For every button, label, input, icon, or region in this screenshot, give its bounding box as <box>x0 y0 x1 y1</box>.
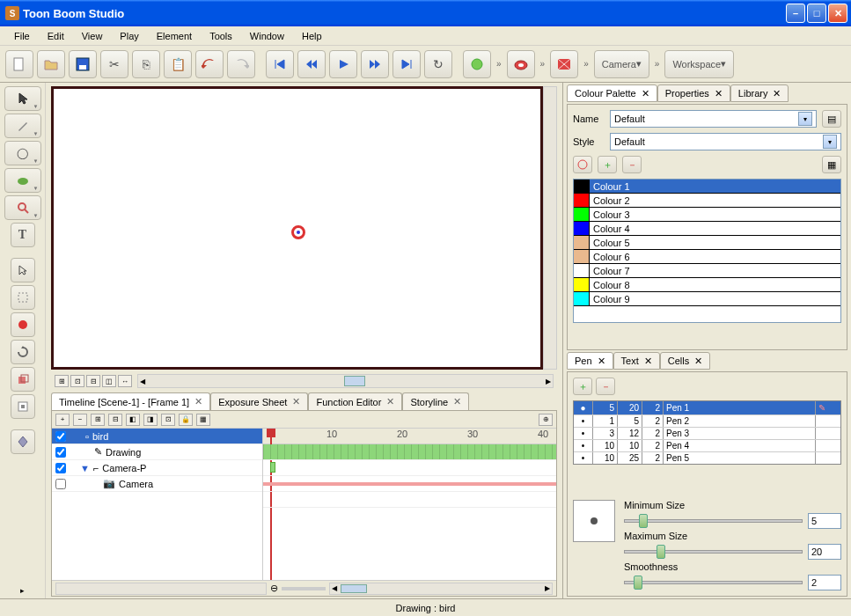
canvas-vscroll[interactable] <box>543 86 557 370</box>
render-button[interactable] <box>550 50 578 78</box>
view-opt-2[interactable]: ⊡ <box>70 375 84 387</box>
colour-item[interactable]: Colour 7 <box>574 264 840 278</box>
max-size-value[interactable]: 20 <box>808 544 841 560</box>
close-icon[interactable]: ✕ <box>642 88 649 99</box>
pen-row[interactable]: •3122Pen 3 <box>574 427 840 439</box>
min-size-value[interactable]: 5 <box>808 513 841 529</box>
layer-visible-checkbox[interactable] <box>55 479 66 489</box>
tl-b3[interactable]: ⊞ <box>91 414 105 426</box>
remove-pen-button[interactable]: － <box>596 378 615 395</box>
more-1[interactable]: » <box>495 59 503 69</box>
close-icon[interactable]: ✕ <box>694 356 702 367</box>
workspace-dropdown[interactable]: Workspace ▾ <box>664 50 734 78</box>
more-3[interactable]: » <box>582 59 591 69</box>
text-tool[interactable]: T <box>11 223 35 247</box>
zoom-out-icon[interactable]: ⊖ <box>270 583 278 594</box>
lip-sync-button[interactable] <box>507 50 535 78</box>
layer-row[interactable]: 📷 Camera <box>52 476 262 492</box>
new-colour-button[interactable] <box>573 156 592 173</box>
brush-tool[interactable]: ▼ <box>4 114 41 138</box>
view-opt-1[interactable]: ⊞ <box>55 375 69 387</box>
menu-help[interactable]: Help <box>295 29 329 43</box>
tl-b6[interactable]: ◨ <box>143 414 158 426</box>
close-icon[interactable]: ✕ <box>194 396 202 407</box>
mask-tool[interactable] <box>11 394 35 419</box>
undo-button[interactable] <box>195 50 224 78</box>
canvas-hscroll[interactable]: ◀ ▶ <box>137 374 554 388</box>
remove-colour-button[interactable]: － <box>622 156 642 173</box>
min-size-slider[interactable] <box>624 519 803 523</box>
transform-tool[interactable] <box>11 258 35 282</box>
more-4[interactable]: » <box>653 59 662 69</box>
layer-row[interactable]: ▼ ⌐ Camera-P <box>52 460 262 476</box>
menu-tools[interactable]: Tools <box>202 29 239 43</box>
more-2[interactable]: » <box>539 59 547 69</box>
record-tool[interactable] <box>11 312 35 337</box>
menu-play[interactable]: Play <box>113 29 145 43</box>
view-opt-5[interactable]: ↔ <box>118 375 132 387</box>
colour-item[interactable]: Colour 3 <box>574 208 840 222</box>
tl-left-scroll[interactable] <box>55 583 267 595</box>
colour-item[interactable]: Colour 6 <box>574 250 840 264</box>
zoom-slider[interactable] <box>282 587 326 590</box>
menu-file[interactable]: File <box>7 29 37 43</box>
close-icon[interactable]: ✕ <box>386 396 394 407</box>
colour-item[interactable]: Colour 5 <box>574 236 840 250</box>
close-icon[interactable]: ✕ <box>773 88 781 99</box>
timeline-ruler[interactable]: 10 20 30 40 <box>263 429 556 444</box>
maximize-button[interactable]: □ <box>807 4 826 23</box>
save-button[interactable] <box>69 50 97 78</box>
tab-properties[interactable]: Properties✕ <box>657 84 730 102</box>
tab-exposure[interactable]: Exposure Sheet✕ <box>210 392 308 410</box>
timeline-tracks[interactable]: 10 20 30 40 <box>263 429 556 580</box>
tl-b5[interactable]: ◧ <box>126 414 140 426</box>
expand-icon[interactable]: ▼ <box>80 463 90 473</box>
close-icon[interactable]: ✕ <box>644 356 652 367</box>
layer-visible-checkbox[interactable] <box>55 447 66 458</box>
track-camera[interactable] <box>263 492 556 508</box>
paste-button[interactable]: 📋 <box>164 50 192 78</box>
shape-tool[interactable]: ◯▼ <box>4 141 41 165</box>
view-opt-3[interactable]: ⊟ <box>86 375 100 387</box>
layers-tool[interactable] <box>11 367 35 392</box>
last-frame-button[interactable] <box>392 50 421 78</box>
cut-button[interactable]: ✂ <box>100 50 128 78</box>
tl-b7[interactable]: ⊡ <box>161 414 175 426</box>
track-bird[interactable] <box>263 444 556 460</box>
add-pen-button[interactable]: ＋ <box>573 378 592 395</box>
colour-item[interactable]: Colour 8 <box>574 278 840 292</box>
pen-row[interactable]: •10102Pen 4 <box>574 439 840 451</box>
close-icon[interactable]: ✕ <box>453 396 461 407</box>
tab-cells[interactable]: Cells✕ <box>660 352 710 370</box>
kite-tool[interactable] <box>11 429 35 454</box>
tl-lock[interactable]: 🔒 <box>179 414 193 426</box>
menu-view[interactable]: View <box>75 29 110 43</box>
select-tool[interactable]: ▼ <box>4 86 41 111</box>
tab-function[interactable]: Function Editor✕ <box>308 392 402 410</box>
smoothness-slider[interactable] <box>624 581 803 584</box>
layer-row[interactable]: ✎ Drawing <box>52 444 262 460</box>
tab-library[interactable]: Library✕ <box>730 84 789 102</box>
colour-item[interactable]: Colour 9 <box>574 292 840 306</box>
close-icon[interactable]: ✕ <box>598 356 605 367</box>
pen-table-header[interactable]: ●5202Pen 1✎ <box>574 401 840 414</box>
menu-element[interactable]: Element <box>150 29 199 43</box>
tl-del[interactable]: − <box>73 414 87 426</box>
view-opt-4[interactable]: ◫ <box>102 375 116 387</box>
smoothness-value[interactable]: 2 <box>808 575 841 590</box>
layer-visible-checkbox[interactable] <box>55 431 66 442</box>
track-drawing[interactable] <box>263 460 556 476</box>
new-button[interactable] <box>5 50 33 78</box>
redo-button[interactable] <box>227 50 255 78</box>
rotate-tool[interactable] <box>11 340 35 364</box>
tl-snap[interactable]: ⊕ <box>539 414 553 426</box>
palette-style-combo[interactable]: Default▾ <box>610 133 841 150</box>
fill-tool[interactable]: ▼ <box>4 168 41 193</box>
open-button[interactable] <box>37 50 65 78</box>
tl-add[interactable]: + <box>55 414 70 426</box>
next-frame-button[interactable] <box>361 50 389 78</box>
track-camera-peg[interactable] <box>263 476 556 492</box>
tl-b4[interactable]: ⊟ <box>108 414 122 426</box>
colour-item[interactable]: Colour 4 <box>574 222 840 236</box>
palette-menu-button[interactable]: ▤ <box>822 110 841 128</box>
